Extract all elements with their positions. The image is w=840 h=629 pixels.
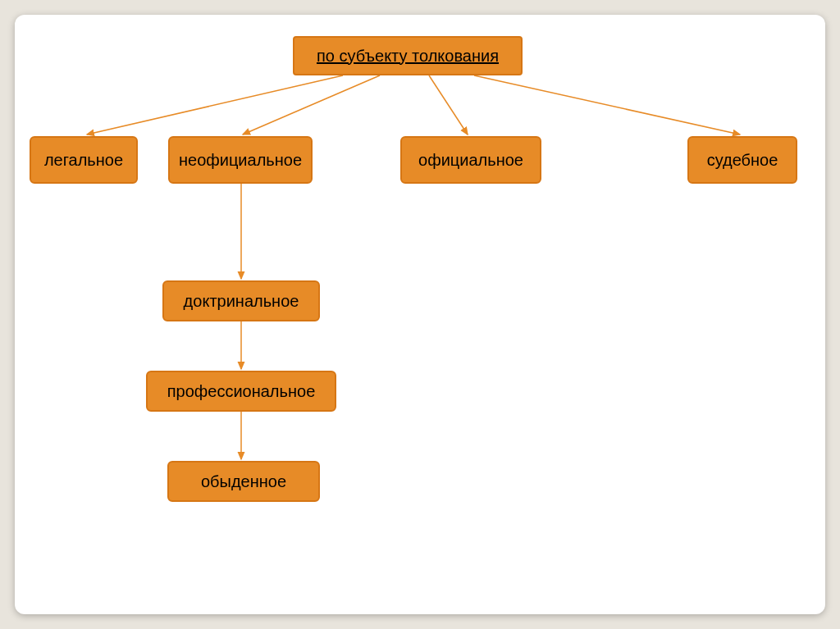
- node-unofficial: неофициальное: [168, 136, 313, 184]
- node-ordinary-label: обыденное: [201, 472, 286, 491]
- node-official: официальное: [400, 136, 541, 184]
- node-ordinary: обыденное: [167, 461, 320, 502]
- node-judicial: судебное: [687, 136, 797, 184]
- diagram-card: по субъекту толкования легальное неофици…: [15, 15, 825, 614]
- node-professional: профессиональное: [146, 371, 336, 412]
- node-doctrinal-label: доктринальное: [184, 292, 299, 311]
- svg-line-3: [429, 75, 468, 134]
- node-professional-label: профессиональное: [167, 382, 316, 401]
- root-label: по субъекту толкования: [317, 47, 499, 66]
- root-node: по субъекту толкования: [293, 36, 523, 75]
- svg-line-1: [87, 75, 343, 134]
- node-unofficial-label: неофициальное: [179, 151, 302, 170]
- node-legal: легальное: [30, 136, 138, 184]
- node-legal-label: легальное: [44, 151, 123, 170]
- node-official-label: официальное: [418, 151, 523, 170]
- node-judicial-label: судебное: [707, 151, 778, 170]
- svg-line-2: [243, 75, 380, 134]
- svg-line-4: [474, 75, 740, 134]
- node-doctrinal: доктринальное: [162, 280, 320, 321]
- connector-arrows: [15, 15, 825, 614]
